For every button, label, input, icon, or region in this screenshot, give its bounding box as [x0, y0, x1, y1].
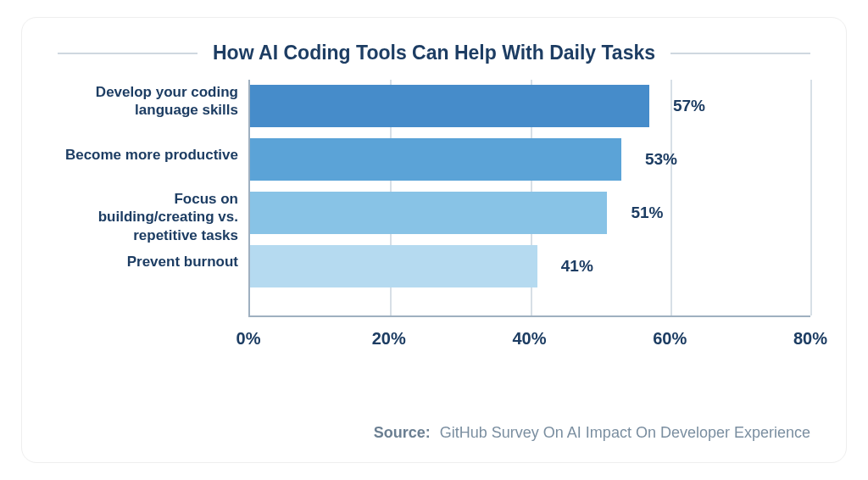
- xtick-0: 0%: [236, 329, 261, 349]
- bar-1: 53%: [250, 138, 621, 181]
- source-text: GitHub Survey On AI Impact On Developer …: [440, 424, 810, 441]
- chart-card: How AI Coding Tools Can Help With Daily …: [21, 17, 847, 463]
- xtick-80: 80%: [793, 329, 827, 349]
- source-label: Source:: [374, 424, 431, 441]
- y-label-3: Prevent burnout: [58, 253, 238, 271]
- x-axis: 0% 20% 40% 60% 80%: [248, 317, 810, 346]
- bar-row-1: 53%: [250, 138, 810, 181]
- bar-label-1: 53%: [645, 150, 677, 169]
- bar-0: 57%: [250, 85, 649, 127]
- title-rule-left: [58, 53, 198, 54]
- bar-row-0: 57%: [250, 85, 810, 127]
- xtick-60: 60%: [653, 329, 687, 349]
- chart-title: How AI Coding Tools Can Help With Daily …: [213, 42, 655, 64]
- bar-label-0: 57%: [673, 97, 705, 115]
- bar-row-2: 51%: [250, 192, 810, 234]
- y-label-2: Focus on building/creating vs. repetitiv…: [58, 190, 238, 244]
- gridline-80: [810, 80, 812, 315]
- y-label-0: Develop your coding language skills: [58, 83, 238, 120]
- title-rule-right: [670, 53, 810, 54]
- chart-wrap: Develop your coding language skills Beco…: [22, 80, 846, 346]
- plot: Develop your coding language skills Beco…: [58, 80, 810, 317]
- title-row: How AI Coding Tools Can Help With Daily …: [22, 18, 846, 64]
- bar-label-2: 51%: [631, 204, 663, 222]
- bar-2: 51%: [250, 192, 607, 234]
- source-row: Source: GitHub Survey On AI Impact On De…: [374, 424, 810, 442]
- xtick-20: 20%: [372, 329, 406, 349]
- y-axis-labels: Develop your coding language skills Beco…: [58, 80, 248, 317]
- bar-row-3: 41%: [250, 245, 810, 287]
- bar-label-3: 41%: [561, 257, 593, 276]
- y-label-1: Become more productive: [58, 146, 238, 164]
- bar-3: 41%: [250, 245, 537, 287]
- xtick-40: 40%: [512, 329, 546, 349]
- plot-area: 57% 53% 51% 41%: [248, 80, 810, 317]
